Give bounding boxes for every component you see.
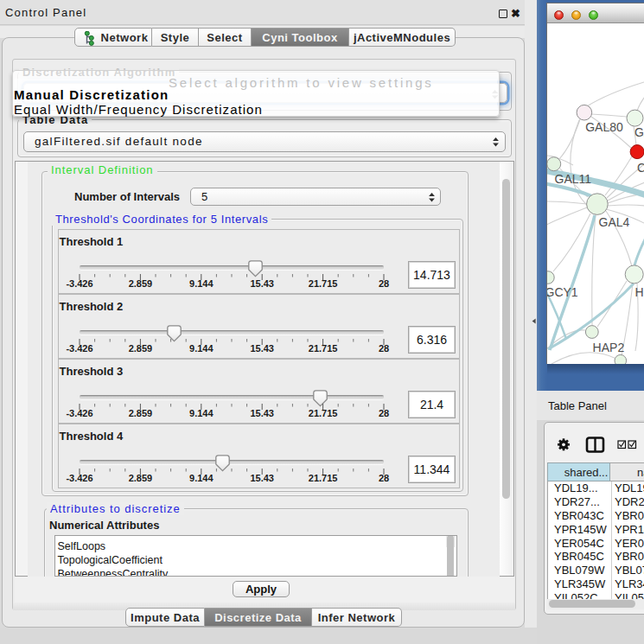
svg-text:H: H [635,285,644,299]
svg-text:GCY1: GCY1 [547,285,578,299]
svg-text:GAL80: GAL80 [585,120,623,134]
svg-text:GAL4: GAL4 [599,215,630,229]
svg-text:GA: GA [634,125,644,139]
svg-text:GAL11: GAL11 [555,172,592,186]
svg-text:C: C [637,161,644,175]
svg-text:HAP2: HAP2 [593,341,625,354]
